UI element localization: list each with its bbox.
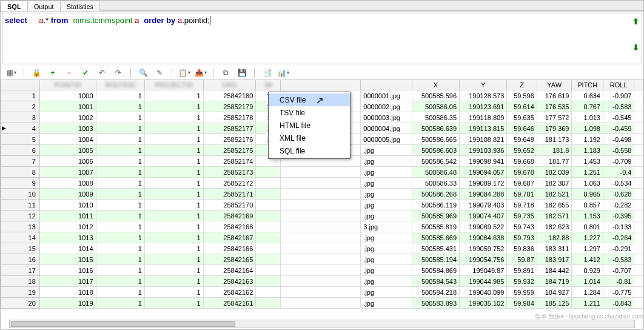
cell-projectid[interactable]: 1	[144, 90, 203, 101]
cell-roll[interactable]: -0.133	[603, 221, 634, 232]
cell-routeid[interactable]: 1	[96, 167, 144, 178]
cell-yaw[interactable]: 184.927	[537, 287, 572, 298]
cell-ord[interactable]: 25842167	[203, 232, 256, 243]
cell-yaw[interactable]: 179.369	[537, 123, 572, 134]
cell-x[interactable]: 500586.665	[412, 134, 459, 145]
cell-x[interactable]: 500585.819	[412, 221, 459, 232]
cell-im[interactable]	[256, 254, 281, 265]
cell-yaw[interactable]: 182.521	[537, 189, 572, 200]
cell-ord[interactable]: 25852177	[203, 123, 256, 134]
cell-z[interactable]: 59.984	[507, 298, 537, 309]
cell-routeid[interactable]: 1	[96, 178, 144, 189]
cell-y[interactable]: 199123.691	[460, 101, 507, 112]
cell-extra[interactable]	[634, 210, 643, 221]
cell-projectid[interactable]: 1	[144, 298, 203, 309]
cell-im[interactable]	[256, 265, 281, 276]
cell-im[interactable]	[256, 221, 281, 232]
redo-button[interactable]: ↷	[113, 67, 124, 78]
cell-ord[interactable]: 25852171	[203, 189, 256, 200]
cell-yaw[interactable]: 185.125	[537, 298, 572, 309]
cell-x[interactable]: 500586.119	[412, 200, 459, 210]
cell-im[interactable]	[256, 167, 281, 178]
cell-y[interactable]: 199089.172	[460, 178, 507, 189]
cell-projectid[interactable]: 1	[144, 210, 203, 221]
cell-pointid[interactable]: 1007	[39, 167, 96, 178]
cell-file[interactable]: .jpg	[361, 254, 412, 265]
cell-pitch[interactable]: 1.183	[572, 145, 603, 156]
menu-tsv[interactable]: TSV file	[269, 106, 350, 119]
cell-pointid[interactable]: 1008	[39, 178, 96, 189]
menu-sql[interactable]: SQL file	[269, 144, 350, 157]
cell-y[interactable]: 199054.756	[460, 254, 507, 265]
cell-yaw[interactable]: 182.039	[537, 167, 572, 178]
cell-routeid[interactable]: 1	[96, 232, 144, 243]
cell-roll[interactable]: -0.707	[603, 265, 634, 276]
save-button[interactable]: 💾	[236, 67, 247, 78]
cell-x[interactable]: 500584.543	[412, 276, 459, 287]
cell-roll[interactable]: -0.81	[603, 276, 634, 287]
cell-routeid[interactable]: 1	[96, 254, 144, 265]
cell-y[interactable]: 199079.403	[460, 200, 507, 210]
cell-pointid[interactable]: 1005	[39, 145, 96, 156]
cell-im[interactable]	[256, 189, 281, 200]
cell-routeid[interactable]: 1	[96, 189, 144, 200]
cell-blank[interactable]	[281, 210, 361, 221]
cell-z[interactable]: 59.648	[507, 134, 537, 145]
cell-file[interactable]: 3.jpg	[361, 221, 412, 232]
cell-pitch[interactable]: 1.192	[572, 134, 603, 145]
cell-file[interactable]: .jpg	[361, 298, 412, 309]
cell-z[interactable]: 59.596	[507, 90, 537, 101]
menu-xml[interactable]: XML file	[269, 132, 350, 144]
cell-roll[interactable]: -0.282	[603, 200, 634, 210]
cell-z[interactable]: 59.678	[507, 167, 537, 178]
cell-pointid[interactable]: 1014	[39, 243, 96, 254]
cell-y[interactable]: 199103.936	[460, 145, 507, 156]
table-row[interactable]: 1510141125842166.jpg500585.431199059.752…	[1, 243, 643, 254]
col-pitch[interactable]: PITCH	[572, 80, 603, 90]
cell-x[interactable]: 500584.869	[412, 265, 459, 276]
cell-yaw[interactable]: 182.571	[537, 210, 572, 221]
cell-roll[interactable]: -0.628	[603, 189, 634, 200]
cell-extra[interactable]	[634, 112, 643, 123]
col-x[interactable]: X	[412, 80, 459, 90]
cell-pitch[interactable]: 1.453	[572, 156, 603, 167]
cell-roll[interactable]: -0.907	[603, 90, 634, 101]
cell-ord[interactable]: 25852178	[203, 112, 256, 123]
cell-y[interactable]: 199094.057	[460, 167, 507, 178]
rowheader[interactable]: ▶4	[1, 123, 40, 134]
copy-button[interactable]: 📋	[179, 67, 190, 78]
cell-projectid[interactable]: 1	[144, 178, 203, 189]
col-routeid[interactable]: ROUTEID	[96, 80, 144, 90]
cell-z[interactable]: 59.718	[507, 200, 537, 210]
cell-routeid[interactable]: 1	[96, 134, 144, 145]
cell-im[interactable]	[256, 178, 281, 189]
cell-z[interactable]: 59.932	[507, 276, 537, 287]
cell-blank[interactable]	[281, 243, 361, 254]
cell-projectid[interactable]: 1	[144, 101, 203, 112]
cell-z[interactable]: 59.652	[507, 145, 537, 156]
cell-z[interactable]: 59.614	[507, 101, 537, 112]
cell-im[interactable]	[256, 287, 281, 298]
cell-y[interactable]: 199059.752	[460, 243, 507, 254]
cell-projectid[interactable]: 1	[144, 200, 203, 210]
rowheader[interactable]: 11	[1, 200, 40, 210]
cell-roll[interactable]: -0.709	[603, 156, 634, 167]
cell-projectid[interactable]: 1	[144, 254, 203, 265]
col-im[interactable]: IM	[256, 80, 281, 90]
cell-pitch[interactable]: 1.098	[572, 123, 603, 134]
col-roll[interactable]: ROLL	[603, 80, 634, 90]
scrollbar-thumb[interactable]	[11, 321, 235, 327]
cell-projectid[interactable]: 1	[144, 276, 203, 287]
cell-y[interactable]: 199084.288	[460, 189, 507, 200]
cell-file[interactable]: 0000002.jpg	[361, 101, 412, 112]
cell-extra[interactable]	[634, 298, 643, 309]
undo-button[interactable]: ↶	[96, 67, 107, 78]
rowheader[interactable]: 16	[1, 254, 40, 265]
cell-yaw[interactable]: 183.311	[537, 243, 572, 254]
cell-file[interactable]: .jpg	[361, 210, 412, 221]
structure-button[interactable]: ⧉	[220, 67, 231, 78]
cell-extra[interactable]	[634, 101, 643, 112]
cell-yaw[interactable]: 176.619	[537, 90, 572, 101]
cell-file[interactable]: .jpg	[361, 232, 412, 243]
cell-blank[interactable]	[281, 254, 361, 265]
